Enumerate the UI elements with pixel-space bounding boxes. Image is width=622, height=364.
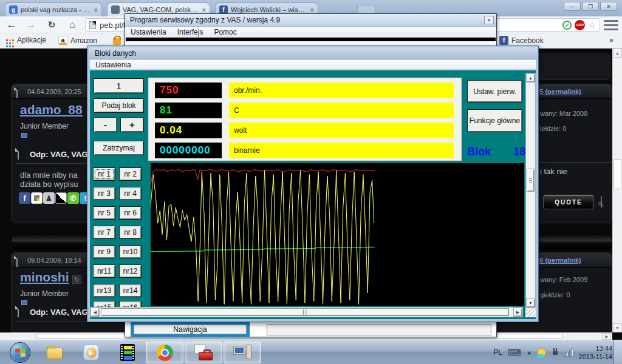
bookmark-amazon[interactable]: a Amazon xyxy=(58,36,97,45)
block-button-10[interactable]: nr10 xyxy=(119,245,142,258)
tab-close-icon[interactable]: × xyxy=(310,6,314,13)
taskbar-vas-button[interactable] xyxy=(185,342,222,363)
block-button-11[interactable]: nr11 xyxy=(93,265,115,278)
bloki-vertical-scrollbar[interactable]: ▲ ▼ xyxy=(525,73,536,308)
block-button-14[interactable]: nr14 xyxy=(119,284,142,297)
taskbar-computer-button[interactable] xyxy=(224,342,261,363)
keyboard-icon[interactable]: ⌨ xyxy=(508,347,521,358)
block-button-2[interactable]: nr 2 xyxy=(119,167,142,181)
readout-unit-volt: wolt xyxy=(229,123,454,138)
scrollbar-thumb[interactable] xyxy=(527,169,535,192)
window-minimize-button[interactable]: — xyxy=(564,2,581,11)
scroll-right-icon[interactable]: ▶ xyxy=(603,333,611,340)
share-technorati-icon[interactable]: ✆ xyxy=(67,192,79,204)
menu-interfejs[interactable]: Interfejs xyxy=(172,28,209,36)
post-body-line: dla mnie niby na xyxy=(20,170,78,180)
readout-unit-binary: binarnie xyxy=(229,143,454,158)
power-plug-icon[interactable] xyxy=(551,348,559,357)
resize-grip[interactable] xyxy=(525,308,536,317)
window-close-button[interactable]: ✕ xyxy=(600,2,617,11)
scroll-up-icon[interactable]: ▲ xyxy=(526,73,535,83)
nawigacja-button[interactable]: Nawigacja xyxy=(134,325,247,334)
block-button-1[interactable]: nr 1 xyxy=(93,167,115,181)
back-button[interactable]: ← xyxy=(4,18,19,32)
edit-post-icon[interactable] xyxy=(601,196,602,207)
bookmark-facebook[interactable]: f Facebook xyxy=(499,36,544,45)
bloki-titlebar[interactable]: Bloki danych xyxy=(89,47,537,59)
show-hidden-icons-chevron[interactable]: ▲ xyxy=(527,349,532,356)
block-button-4[interactable]: nr 4 xyxy=(119,187,142,200)
bookmark-apps[interactable]: Aplikacje xyxy=(5,36,46,44)
readout-value-temp: 81 xyxy=(155,103,222,118)
share-digg-icon[interactable]: ♟ xyxy=(43,192,55,204)
show-desktop-button[interactable] xyxy=(613,340,622,364)
adblock-icon[interactable]: ABP xyxy=(575,20,585,30)
window-maximize-button[interactable]: ❐ xyxy=(582,2,599,11)
bookmark-label: Amazon xyxy=(70,36,97,45)
tab-close-icon[interactable]: × xyxy=(202,6,206,13)
menu-ustawienia[interactable]: Ustawienia xyxy=(90,61,137,69)
reload-button[interactable]: ↻ xyxy=(44,18,60,32)
bloki-horizontal-scrollbar[interactable]: ◀ ▶ xyxy=(90,307,523,317)
block-button-7[interactable]: nr 7 xyxy=(93,226,115,239)
scrollbar-thumb[interactable] xyxy=(101,308,509,316)
username-link[interactable]: adamo_88 xyxy=(20,103,83,117)
browser-vertical-scrollbar[interactable]: ▲ ▼ xyxy=(612,49,622,332)
scroll-down-icon[interactable]: ▼ xyxy=(613,323,622,332)
status-check-icon[interactable]: ✓ xyxy=(562,21,572,30)
start-button[interactable] xyxy=(10,342,30,363)
clock[interactable]: 13:44 2013-11-14 xyxy=(579,344,612,361)
scroll-left-icon[interactable]: ◀ xyxy=(91,308,100,317)
menu-ustawienia[interactable]: Ustawienia xyxy=(125,28,172,36)
podaj-blok-button[interactable]: Podaj blok xyxy=(94,98,144,113)
scroll-right-icon[interactable]: ▶ xyxy=(513,308,522,317)
block-button-13[interactable]: nr13 xyxy=(93,284,115,297)
block-label: Blok xyxy=(467,146,491,158)
username-link[interactable]: minoshi xyxy=(20,270,69,285)
home-button[interactable]: ⌂ xyxy=(64,18,80,32)
block-button-9[interactable]: nr 9 xyxy=(93,245,115,258)
bookmark-star-icon[interactable]: ☆ xyxy=(588,20,596,30)
share-google-icon[interactable] xyxy=(31,192,43,204)
new-tab-button[interactable] xyxy=(357,5,375,14)
tab-google-search[interactable]: g polski vag rozłacza - Szuka × xyxy=(5,2,102,16)
block-button-6[interactable]: nr 6 xyxy=(119,206,142,220)
taskbar-video-app-button[interactable] xyxy=(112,342,143,363)
bookmarks-overflow-chevron[interactable]: » xyxy=(609,36,613,44)
ustaw-pierw-button[interactable]: Ustaw. pierw. xyxy=(467,80,522,103)
increment-button[interactable]: + xyxy=(120,117,144,132)
taskbar-media-player-button[interactable]: ▶ xyxy=(75,342,107,363)
vas-blank-button[interactable] xyxy=(267,324,491,335)
block-button-5[interactable]: nr 5 xyxy=(93,206,115,220)
measurement-graph xyxy=(151,163,524,306)
scrollbar-thumb[interactable] xyxy=(613,159,621,189)
vas-close-icon[interactable]: ✕ xyxy=(484,16,494,24)
funkcje-glowne-button[interactable]: Funkcje główne xyxy=(467,109,522,132)
block-button-8[interactable]: nr 8 xyxy=(119,226,142,239)
scroll-down-icon[interactable]: ▼ xyxy=(526,298,535,308)
share-delicious-icon[interactable] xyxy=(55,192,67,204)
share-facebook-icon[interactable]: f xyxy=(19,192,30,204)
zatrzymaj-button[interactable]: Zatrzymaj xyxy=(94,141,144,155)
decrement-button[interactable]: - xyxy=(94,117,117,132)
block-button-3[interactable]: nr 3 xyxy=(93,187,115,200)
permalink-link[interactable]: 106 (permalink) xyxy=(532,257,581,264)
taskbar-explorer-button[interactable] xyxy=(39,342,70,363)
vas-titlebar[interactable]: Program serwisowy zgodny z VAS / wersja … xyxy=(125,14,496,27)
weather-icon[interactable] xyxy=(538,349,545,357)
scroll-up-icon[interactable]: ▲ xyxy=(613,49,622,58)
group-number-display: 1 xyxy=(94,78,144,93)
permalink-link[interactable]: 105 (permalink) xyxy=(532,88,581,95)
forward-button[interactable]: → xyxy=(23,18,39,32)
block-button-12[interactable]: nr12 xyxy=(119,265,142,278)
menu-pomoc[interactable]: Pomoc xyxy=(208,28,242,36)
tab-close-icon[interactable]: × xyxy=(94,6,98,13)
quote-button[interactable]: QUOTE xyxy=(543,195,594,209)
user-flag-icon xyxy=(21,133,27,138)
taskbar-chrome-button[interactable] xyxy=(146,342,183,363)
tray-date: 2013-11-14 xyxy=(579,353,612,360)
network-signal-icon[interactable] xyxy=(564,348,573,357)
menu-icon[interactable] xyxy=(604,20,618,30)
language-indicator[interactable]: PL xyxy=(493,348,502,357)
bookmark-shop[interactable] xyxy=(113,36,121,45)
